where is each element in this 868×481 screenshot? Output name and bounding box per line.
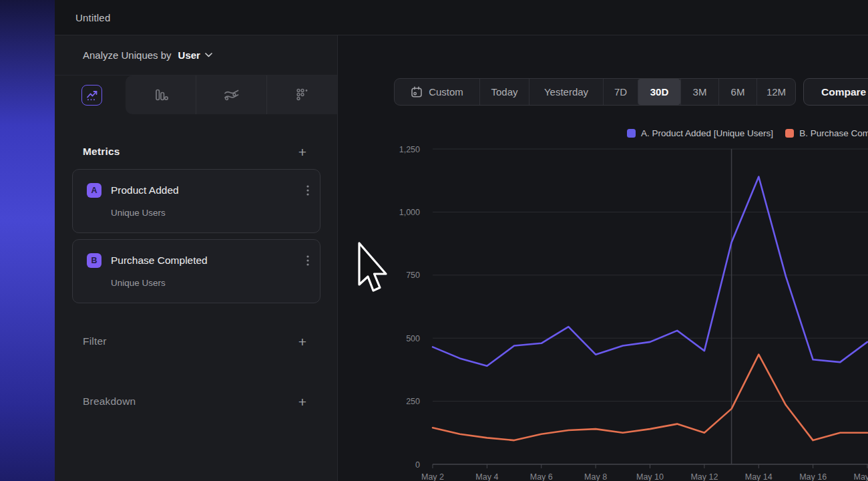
metric-measure[interactable]: Unique Users bbox=[111, 208, 320, 218]
svg-text:May 8: May 8 bbox=[584, 472, 607, 481]
svg-text:May 2: May 2 bbox=[421, 472, 444, 481]
svg-text:May 10: May 10 bbox=[636, 472, 664, 481]
metric-options-button[interactable] bbox=[306, 185, 309, 196]
breakdown-title: Breakdown bbox=[83, 395, 136, 408]
kebab-icon bbox=[306, 185, 309, 196]
report-title: Untitled bbox=[75, 12, 110, 23]
sidebar: Analyze Uniques by User bbox=[55, 35, 338, 481]
svg-text:750: 750 bbox=[406, 271, 420, 280]
add-filter-button[interactable]: + bbox=[298, 335, 306, 349]
tab-bar-chart[interactable] bbox=[126, 75, 196, 114]
line-chart-canvas: 02505007501,0001,250May 2May 4May 6May 8… bbox=[338, 35, 868, 481]
metrics-title: Metrics bbox=[83, 146, 120, 158]
metric-badge-a: A bbox=[87, 183, 101, 198]
bar-chart-icon bbox=[154, 88, 168, 102]
chart-panel: Custom Today Yesterday 7D 30D 3M 6M 12M … bbox=[338, 35, 868, 481]
svg-text:1,000: 1,000 bbox=[399, 208, 420, 217]
svg-text:May 14: May 14 bbox=[745, 472, 773, 481]
left-gradient-strip bbox=[0, 0, 55, 481]
analyze-label: Analyze Uniques by bbox=[83, 49, 172, 61]
filter-title: Filter bbox=[83, 335, 107, 347]
flow-chart-icon bbox=[224, 89, 240, 101]
chart-type-tab-group bbox=[126, 75, 337, 114]
line-chart-icon bbox=[86, 90, 98, 102]
tab-dot-grid[interactable] bbox=[266, 75, 337, 114]
chart-type-tabs bbox=[55, 75, 337, 114]
metric-card-purchase-completed[interactable]: B Purchase Completed Unique Users bbox=[72, 239, 320, 303]
svg-text:1,250: 1,250 bbox=[399, 145, 420, 154]
svg-text:250: 250 bbox=[406, 397, 420, 406]
add-metric-button[interactable]: + bbox=[298, 145, 306, 159]
analyze-row: Analyze Uniques by User bbox=[55, 35, 337, 75]
metric-badge-b: B bbox=[87, 253, 101, 268]
filter-section: Filter + bbox=[72, 328, 320, 355]
svg-text:May 16: May 16 bbox=[799, 472, 827, 481]
metric-options-button[interactable] bbox=[306, 255, 309, 266]
dot-grid-icon bbox=[296, 88, 309, 102]
svg-text:0: 0 bbox=[415, 460, 420, 470]
kebab-icon bbox=[306, 255, 309, 266]
svg-text:May 4: May 4 bbox=[475, 472, 498, 481]
top-bar: Untitled bbox=[55, 0, 868, 35]
chevron-down-icon bbox=[205, 53, 212, 57]
svg-text:May 12: May 12 bbox=[690, 472, 718, 481]
tab-line-chart[interactable] bbox=[81, 85, 102, 106]
metrics-header: Metrics + bbox=[72, 138, 320, 165]
analyze-entity-value: User bbox=[178, 49, 200, 61]
tab-flow-chart[interactable] bbox=[196, 75, 266, 114]
metric-name: Purchase Completed bbox=[111, 255, 208, 267]
metric-name: Product Added bbox=[111, 184, 179, 196]
svg-text:500: 500 bbox=[406, 334, 420, 343]
add-breakdown-button[interactable]: + bbox=[298, 395, 306, 409]
breakdown-section: Breakdown + bbox=[72, 388, 320, 415]
metric-card-product-added[interactable]: A Product Added Unique Users bbox=[72, 169, 320, 233]
analyze-entity-dropdown[interactable]: User bbox=[178, 49, 212, 61]
svg-text:May 6: May 6 bbox=[530, 472, 553, 481]
metric-measure[interactable]: Unique Users bbox=[111, 278, 320, 288]
svg-text:May 18: May 18 bbox=[854, 472, 868, 481]
